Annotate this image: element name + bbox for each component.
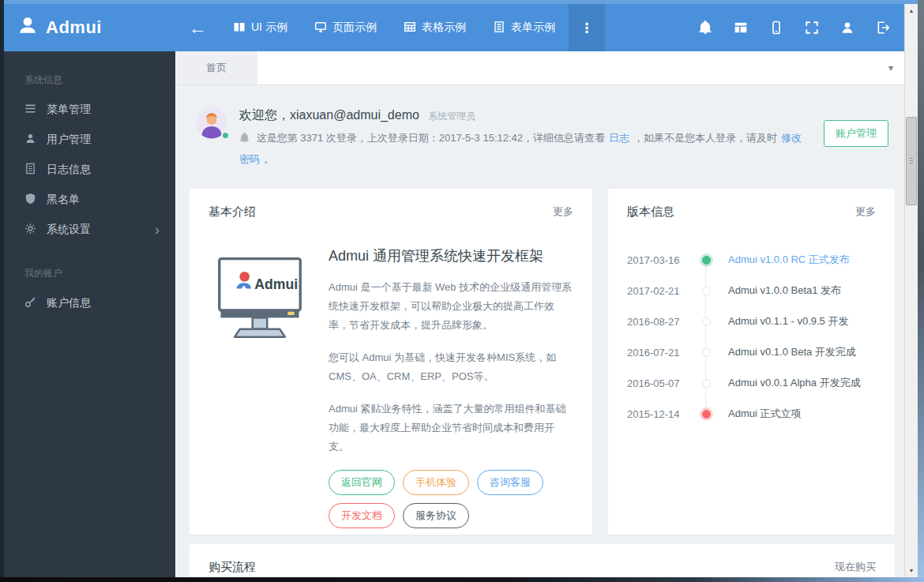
- warning-text: ，如果不是您本人登录，请及时: [633, 132, 777, 144]
- user-icon[interactable]: [840, 21, 855, 35]
- sidebar-item-label: 系统设置: [47, 223, 91, 237]
- scrollbar-track[interactable]: [905, 17, 918, 564]
- layout-icon[interactable]: [734, 21, 748, 35]
- gear-icon: [24, 223, 47, 237]
- main-content: 首页 ▾: [175, 51, 904, 577]
- log-link[interactable]: 日志: [609, 132, 629, 144]
- user-icon: [24, 133, 47, 147]
- timeline-date: 2015-12-14: [627, 408, 695, 420]
- nav-right-icons: [698, 4, 904, 51]
- timeline-text: Admui v0.0.1 Alpha 开发完成: [728, 376, 861, 390]
- scroll-down-icon: ▼: [909, 568, 915, 573]
- intro-paragraph-2: 您可以 Admui 为基础，快速开发各种MIS系统，如 CMS、OA、CRM、E…: [329, 348, 573, 386]
- sidebar: 系统信息 菜单管理 用户管理: [4, 51, 175, 577]
- service-agreement-button[interactable]: 服务协议: [403, 503, 469, 528]
- timeline-date: 2017-02-21: [627, 285, 695, 297]
- sidebar-item-blacklist[interactable]: 黑名单: [4, 185, 175, 215]
- file-icon: [24, 163, 47, 177]
- customer-service-button[interactable]: 咨询客服: [477, 470, 543, 495]
- account-manage-button[interactable]: 账户管理: [824, 120, 888, 147]
- sidebar-section-title: 系统信息: [24, 73, 175, 87]
- svg-text:Admui: Admui: [254, 276, 298, 292]
- timeline-dot: [702, 287, 711, 295]
- brand[interactable]: Admui: [4, 4, 175, 51]
- scroll-down-button[interactable]: ▼: [905, 564, 918, 577]
- timeline-date: 2016-07-21: [627, 347, 695, 359]
- sentence-end: 。: [264, 153, 274, 165]
- window-frame-bottom: [0, 577, 924, 582]
- app-window: Admui ← UI 示例: [4, 4, 904, 577]
- fullscreen-icon[interactable]: [805, 21, 819, 35]
- timeline-row: 2016-07-21 Admui v0.1.0 Beta 开发完成: [627, 337, 876, 368]
- window-scrollbar[interactable]: ▲ ▼: [904, 4, 918, 577]
- intro-paragraph-3: Admui 紧贴业务特性，涵盖了大量的常用组件和基础功能，最大程度上帮助企业节省…: [329, 400, 573, 456]
- window-frame-top: [0, 0, 924, 4]
- user-role-label: 系统管理员: [428, 111, 475, 122]
- intro-heading: Admui 通用管理系统快速开发框架: [329, 246, 573, 265]
- purchase-card-title: 购买流程: [208, 560, 256, 575]
- intro-card-title: 基本介绍: [208, 205, 256, 220]
- mobile-experience-button[interactable]: 手机体验: [403, 470, 469, 495]
- timeline-dot-red: [702, 410, 711, 419]
- timeline-dot: [702, 348, 711, 357]
- timeline-row: 2015-12-14 Admui 正式立项: [627, 399, 876, 430]
- scrollbar-thumb[interactable]: [906, 117, 917, 205]
- timeline-dot: [702, 317, 711, 326]
- official-site-button[interactable]: 返回官网: [329, 470, 395, 495]
- page-body: 欢迎您，xiaxuan@admui_demo 系统管理员 这是您第 3371 次…: [175, 85, 904, 577]
- timeline-row: 2016-05-07 Admui v0.0.1 Alpha 开发完成: [627, 368, 876, 399]
- bell-icon[interactable]: [698, 21, 712, 35]
- intro-buttons: 返回官网 手机体验 咨询客服 开发文档 服务协议: [329, 470, 573, 528]
- sidebar-item-menu-management[interactable]: 菜单管理: [4, 95, 175, 125]
- timeline-row: 2017-03-16 Admui v1.0.0 RC 正式发布: [627, 245, 876, 276]
- mobile-icon[interactable]: [769, 21, 783, 35]
- nav-item-page-demo[interactable]: 页面示例: [301, 4, 390, 51]
- scroll-up-button[interactable]: ▲: [905, 4, 918, 17]
- logout-icon[interactable]: [876, 21, 890, 35]
- back-icon: ←: [189, 17, 207, 39]
- sidebar-item-user-management[interactable]: 用户管理: [4, 125, 175, 155]
- timeline-text: Admui v0.1.1 - v0.9.5 开发: [728, 314, 848, 329]
- nav-item-label: 页面示例: [332, 21, 377, 35]
- nav-item-form-demo[interactable]: 表单示例: [479, 4, 569, 51]
- nav-item-ui-demo[interactable]: UI 示例: [220, 4, 301, 51]
- intro-more-link[interactable]: 更多: [553, 205, 573, 219]
- intro-paragraph-1: Admui 是一个基于最新 Web 技术的企业级通用管理系统快速开发框架，可以帮…: [329, 278, 573, 335]
- nav-item-label: 表单示例: [511, 21, 555, 35]
- admui-logo-icon: [17, 15, 39, 40]
- timeline-date: 2016-05-07: [627, 377, 695, 389]
- timeline-date: 2016-08-27: [627, 316, 695, 328]
- dev-docs-button[interactable]: 开发文档: [329, 503, 395, 528]
- version-more-link[interactable]: 更多: [855, 205, 876, 219]
- table-icon: [404, 21, 416, 36]
- sidebar-item-system-settings[interactable]: 系统设置 ›: [4, 215, 175, 245]
- form-icon: [493, 21, 505, 36]
- tab-dropdown-caret-icon[interactable]: ▾: [888, 62, 893, 73]
- tab-bar: 首页 ▾: [175, 51, 904, 85]
- nav-item-table-demo[interactable]: 表格示例: [390, 4, 479, 51]
- timeline-release-link[interactable]: Admui v1.0.0 RC 正式发布: [728, 253, 850, 267]
- key-icon: [24, 296, 47, 310]
- tab-home[interactable]: 首页: [175, 51, 257, 84]
- login-info-text: 这是您第 3371 次登录，上次登录日期：2017-5-3 15:12:42，详…: [257, 132, 605, 144]
- menu-icon: [24, 103, 47, 117]
- back-arrow-button[interactable]: ←: [175, 4, 220, 51]
- timeline-text: Admui 正式立项: [728, 407, 801, 421]
- timeline-text: Admui v1.0.0 Beta1 发布: [728, 283, 841, 298]
- timeline-text: Admui v0.1.0 Beta 开发完成: [728, 345, 856, 359]
- online-status-dot: [221, 131, 230, 140]
- sidebar-section-title: 我的账户: [24, 267, 175, 280]
- buy-now-link[interactable]: 现在购买: [835, 560, 876, 574]
- cards-row: 基本介绍 更多: [190, 189, 895, 535]
- more-dots-icon: ⋮: [580, 20, 593, 36]
- top-navbar: Admui ← UI 示例: [4, 4, 904, 51]
- monitor-illustration: Admui: [210, 254, 310, 528]
- sidebar-item-log-info[interactable]: 日志信息: [4, 155, 175, 185]
- avatar: [196, 107, 227, 139]
- sidebar-item-label: 黑名单: [47, 193, 80, 207]
- nav-more-button[interactable]: ⋮: [569, 4, 605, 51]
- timeline-dot-green: [702, 256, 711, 265]
- welcome-text: 欢迎您，xiaxuan@admui_demo 系统管理员 这是您第 3371 次…: [239, 107, 824, 170]
- sidebar-item-account-info[interactable]: 账户信息: [4, 288, 175, 318]
- nav-item-label: 表格示例: [422, 21, 466, 35]
